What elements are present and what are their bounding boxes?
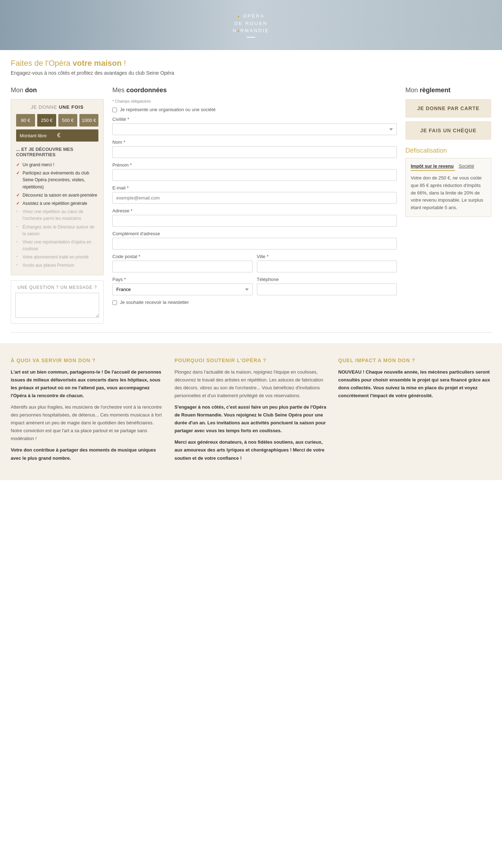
contrepartie-item: Vivez une représentation d'opéra en coul… [16,238,98,253]
defiscal-tab-impot[interactable]: Impôt sur le revenu [411,163,455,171]
civilite-group: Civilité * M. Mme [112,117,397,135]
amount-btn-500[interactable]: 500 € [58,114,77,127]
contrepartie-item: Votre abonnement traité en priorité [16,253,98,261]
logo-line1: ● OPÉRA [233,13,269,20]
adresse-group: Adresse * [112,208,397,227]
prenom-group: Prénom * [112,162,397,181]
bottom-col1-p2: Attentifs aux plus fragiles, les musicie… [11,403,164,443]
header-logo: ● OPÉRA DE ROUEN N●RMANDIE [233,13,269,38]
pays-label: Pays * [112,277,253,282]
contrepartie-item: Vivez une répétition au cœur de l'orches… [16,208,98,223]
organisation-checkbox[interactable] [112,108,117,112]
defiscal-tabs: Impôt sur le revenu Société [411,163,486,171]
bottom-col1-p3: Votre don contribue à partager des momen… [11,446,164,462]
codepostal-group: Code postal * [112,254,253,272]
bottom-col-3: QUEL IMPACT A MON DON ? NOUVEAU ! Chaque… [338,357,491,466]
amount-btn-80[interactable]: 80 € [16,114,35,127]
organisation-checkbox-row: Je représente une organisation ou une so… [112,107,397,112]
logo-line3: N●RMANDIE [233,27,269,35]
amount-btn-250[interactable]: 250 € [37,114,56,127]
adresse-input[interactable] [112,215,397,227]
email-label: E-mail * [112,185,397,191]
bottom-col2-p3: Merci aux généreux donateurs, à nos fidè… [175,438,328,462]
bottom-col2-text: Plongez dans l'actualité de la maison, r… [175,368,328,462]
logo-dot-left: ● [237,14,240,18]
montant-libre-label: Montant libre [20,133,57,138]
ville-group: Ville * [257,254,397,272]
telephone-input[interactable] [257,283,397,295]
required-note: * Champs obligatoires [112,99,397,103]
defiscalisation-text: Votre don de 250 €, ne vous coûte que 85… [411,174,486,212]
montant-libre-symbol: € [57,132,95,139]
don-box: JE DONNE UNE FOIS 80 € 250 € 500 € 1000 … [11,99,104,275]
defiscalisation-title: Défiscalisation [405,147,491,154]
bottom-col1-p1: L'art est un bien commun, partageons-le … [11,368,164,400]
ville-label: Ville * [257,254,397,259]
bottom-col2-p2: S'engager à nos côtés, c'est aussi faire… [175,403,328,435]
bottom-col2-title: POURQUOI SOUTENIR L'OPÉRA ? [175,357,328,363]
question-textarea[interactable] [15,293,99,318]
contreparties-title: ... ET JE DÉCOUVRE MES CONTREPARTIES [16,147,98,157]
don-section-title: Mon don [11,87,104,94]
coordonnees-section-title: Mes coordonnées [112,87,397,94]
page-subtitle: Engagez-vous à nos côtés et profitez des… [11,70,491,76]
telephone-group: Téléphone [257,277,397,295]
logo-dot-o: ● [237,29,240,33]
col-reglement: Mon règlement JE DONNE PAR CARTE JE FAIS… [405,87,491,217]
montant-libre[interactable]: Montant libre € [16,129,98,142]
complement-input[interactable] [112,238,397,250]
nom-group: Nom * [112,139,397,158]
question-label: UNE QUESTION ? UN MESSAGE ? [15,285,99,290]
btn-carte[interactable]: JE DONNE PAR CARTE [405,99,491,118]
bottom-col1-text: L'art est un bien commun, partageons-le … [11,368,164,462]
civilite-label: Civilité * [112,117,397,122]
contrepartie-item: Un grand merci ! [16,161,98,169]
email-group: E-mail * [112,185,397,204]
defiscal-tab-societe[interactable]: Société [459,163,476,171]
question-box: UNE QUESTION ? UN MESSAGE ? [11,280,104,324]
pays-group: Pays * France [112,277,253,295]
email-input[interactable] [112,192,397,204]
nom-input[interactable] [112,146,397,158]
organisation-label: Je représente une organisation ou une so… [120,107,215,112]
nom-label: Nom * [112,139,397,145]
don-once-label: JE DONNE UNE FOIS [16,104,98,110]
contreparties-list: Un grand merci ! Participez aux événemen… [16,161,98,270]
defiscalisation-box: Impôt sur le revenu Société Votre don de… [405,158,491,217]
section-divider [11,332,491,332]
logo-line2: DE ROUEN [233,20,269,28]
contrepartie-item: Découvrez la saison en avant-première [16,191,98,199]
adresse-label: Adresse * [112,208,397,213]
bottom-col-2: POURQUOI SOUTENIR L'OPÉRA ? Plongez dans… [175,357,328,466]
logo-dash [247,37,255,38]
bottom-col2-p1: Plongez dans l'actualité de la maison, r… [175,368,328,400]
telephone-label: Téléphone [257,277,397,282]
amount-grid: 80 € 250 € 500 € 1000 € [16,114,98,127]
header-banner: ● OPÉRA DE ROUEN N●RMANDIE [0,0,502,50]
civilite-select[interactable]: M. Mme [112,123,397,135]
bottom-grid: À QUOI VA SERVIR MON DON ? L'art est un … [11,357,491,466]
bottom-col1-title: À QUOI VA SERVIR MON DON ? [11,357,164,363]
newsletter-label: Je souhaite recevoir la newsletter [120,300,189,305]
codepostal-ville-row: Code postal * Ville * [112,254,397,277]
codepostal-label: Code postal * [112,254,253,259]
prenom-input[interactable] [112,169,397,181]
btn-cheque[interactable]: JE FAIS UN CHÈQUE [405,121,491,140]
prenom-label: Prénom * [112,162,397,168]
complement-label: Complément d'adresse [112,231,397,236]
bottom-section: À QUOI VA SERVIR MON DON ? L'art est un … [0,343,502,480]
pays-select[interactable]: France [112,283,253,295]
ville-input[interactable] [257,261,397,272]
contrepartie-item: Accès aux places Premium [16,261,98,270]
newsletter-checkbox-row: Je souhaite recevoir la newsletter [112,300,397,305]
col-don: Mon don JE DONNE UNE FOIS 80 € 250 € 500… [11,87,104,324]
contrepartie-item: Assistez à une répétition générale [16,199,98,208]
contrepartie-item: Participez aux événements du club Seine … [16,169,98,191]
col-coordonnees: Mes coordonnées * Champs obligatoires Je… [112,87,397,309]
bottom-col3-p1: NOUVEAU ! Chaque nouvelle année, les méc… [338,368,491,400]
newsletter-checkbox[interactable] [112,300,117,305]
contrepartie-item: Échangez avec le Directeur autour de la … [16,223,98,238]
bottom-col3-title: QUEL IMPACT A MON DON ? [338,357,491,363]
amount-btn-1000[interactable]: 1000 € [79,114,98,127]
codepostal-input[interactable] [112,261,253,272]
